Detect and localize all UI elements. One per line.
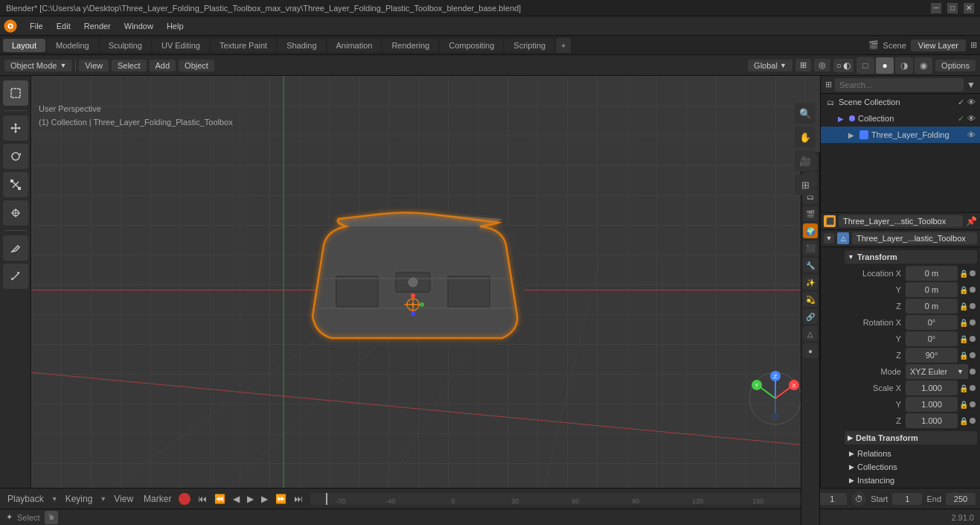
rotation-z-lock[interactable]: 🔒 <box>959 351 968 360</box>
object-name-display[interactable]: Three_Layer_...stic_Toolbox <box>839 215 963 227</box>
tab-texture-paint[interactable]: Texture Paint <box>211 39 276 52</box>
scale-y-value[interactable]: 1.000 <box>906 397 958 412</box>
mesh-name-display[interactable]: Three_Layer_...lastic_Toolbox <box>852 232 977 244</box>
start-frame-input[interactable]: 1 <box>892 493 922 505</box>
location-x-value[interactable]: 0 m <box>906 266 958 281</box>
scale-x-value[interactable]: 1.000 <box>906 381 958 395</box>
playback-menu[interactable]: Playback <box>4 492 47 506</box>
collection-eye-icon[interactable]: 👁 <box>967 114 976 124</box>
play-button[interactable]: ▶ <box>244 492 257 506</box>
collection-eye[interactable]: 👁 <box>967 98 976 107</box>
scale-z-lock[interactable]: 🔒 <box>959 417 968 425</box>
tab-compositing[interactable]: Compositing <box>440 39 503 52</box>
rotation-x-value[interactable]: 0° <box>906 315 958 330</box>
object-props-tab[interactable]: ⬛ <box>803 241 818 255</box>
outliner-search-input[interactable] <box>835 78 964 92</box>
tab-shading[interactable]: Shading <box>278 39 325 52</box>
annotate-tool[interactable] <box>3 235 28 261</box>
outliner-filter-button[interactable]: ▼ <box>967 80 976 90</box>
relations-header[interactable]: ▶ Relations <box>845 447 977 460</box>
viewport[interactable]: User Perspective (1) Collection | Three_… <box>31 76 820 488</box>
particles-props-tab[interactable]: ✨ <box>803 275 818 290</box>
keying-menu[interactable]: Keying <box>63 492 96 506</box>
mode-selector[interactable]: Object Mode ▼ <box>4 60 72 71</box>
prev-frame-button[interactable]: ◀ <box>230 492 243 506</box>
location-x-lock[interactable]: 🔒 <box>959 270 968 278</box>
rotation-y-value[interactable]: 0° <box>906 331 958 346</box>
tab-uv-editing[interactable]: UV Editing <box>153 39 209 52</box>
maximize-button[interactable]: □ <box>947 3 958 13</box>
tab-animation[interactable]: Animation <box>327 39 382 52</box>
close-button[interactable]: ✕ <box>964 3 974 13</box>
outliner-filter-icon[interactable]: ⊞ <box>825 80 832 89</box>
tab-modeling[interactable]: Modeling <box>47 39 98 52</box>
transform-section-header[interactable]: ▼ Transform <box>845 250 977 264</box>
end-frame-input[interactable]: 250 <box>946 493 976 505</box>
location-z-lock[interactable]: 🔒 <box>959 302 968 311</box>
menu-help[interactable]: Help <box>161 20 190 32</box>
xray-toggle[interactable]: ◐ <box>843 60 851 71</box>
measure-tool[interactable] <box>3 264 28 289</box>
options-button[interactable]: Options <box>935 60 976 71</box>
menu-render[interactable]: Render <box>78 20 117 32</box>
tab-sculpting[interactable]: Sculpting <box>100 39 151 52</box>
view-menu-timeline[interactable]: View <box>111 492 136 506</box>
jump-start-button[interactable]: ⏮ <box>195 492 210 506</box>
camera-view-button[interactable]: 🔍 <box>795 103 816 124</box>
constraints-props-tab[interactable]: 🔗 <box>803 309 818 324</box>
viewport-gizmo[interactable]: Z X Y <box>746 369 805 428</box>
menu-file[interactable]: File <box>24 20 49 32</box>
overlay-toggle[interactable]: ○ <box>836 60 842 71</box>
filter-icon[interactable]: ⊞ <box>970 40 977 50</box>
scale-y-lock[interactable]: 🔒 <box>959 401 968 409</box>
world-props-tab[interactable]: 🌍 <box>803 223 818 238</box>
view-layer-button[interactable]: View Layer <box>911 39 966 51</box>
outliner-scene-collection[interactable]: 🗂 Scene Collection ✓ 👁 <box>821 94 980 110</box>
scale-tool[interactable] <box>3 172 28 197</box>
collection-checkbox-icon[interactable]: ✓ <box>958 114 964 124</box>
data-props-tab[interactable]: △ <box>803 326 818 341</box>
location-y-lock[interactable]: 🔒 <box>959 286 968 294</box>
view-menu[interactable]: View <box>79 60 109 71</box>
pin-icon[interactable]: 📌 <box>966 216 977 226</box>
jump-end-button[interactable]: ⏭ <box>291 492 306 506</box>
outliner-collection[interactable]: ▶ Collection ✓ 👁 <box>831 110 980 127</box>
marker-menu[interactable]: Marker <box>141 492 174 506</box>
tab-rendering[interactable]: Rendering <box>382 39 438 52</box>
timeline-scrubber[interactable]: -70 -40 0 30 60 90 120 150 <box>310 493 813 505</box>
add-workspace-button[interactable]: + <box>556 38 571 53</box>
next-frame-button[interactable]: ▶ <box>258 492 271 506</box>
scale-z-value[interactable]: 1.000 <box>906 413 958 428</box>
menu-edit[interactable]: Edit <box>51 20 77 32</box>
rotation-mode-value[interactable]: XYZ Euler ▼ <box>906 364 968 379</box>
object-menu[interactable]: Object <box>179 60 214 71</box>
fps-indicator[interactable]: ⏱ <box>851 491 866 506</box>
move-tool[interactable] <box>3 115 28 141</box>
modifier-props-tab[interactable]: 🔧 <box>803 258 818 273</box>
rotate-tool[interactable] <box>3 144 28 169</box>
solid-shading[interactable]: ● <box>876 57 894 74</box>
snap-button[interactable]: ⊞ <box>795 59 811 71</box>
outliner-layer-folding[interactable]: ▶ Three_Layer_Folding 👁 <box>821 127 980 143</box>
rotation-x-lock[interactable]: 🔒 <box>959 319 968 327</box>
mesh-type-selector[interactable]: ▼ <box>824 233 834 244</box>
grid-view-button[interactable]: ⊞ <box>795 174 816 195</box>
location-y-value[interactable]: 0 m <box>906 282 958 297</box>
next-keyframe-button[interactable]: ⏩ <box>272 492 289 506</box>
wireframe-shading[interactable]: □ <box>856 57 874 74</box>
material-shading[interactable]: ◑ <box>895 57 913 74</box>
hand-pan-button[interactable]: ✋ <box>795 127 816 147</box>
camera-icon-button[interactable]: 🎥 <box>795 150 816 171</box>
tab-layout[interactable]: Layout <box>3 39 45 52</box>
select-menu[interactable]: Select <box>112 60 147 71</box>
minimize-button[interactable]: ─ <box>931 3 941 13</box>
prev-keyframe-button[interactable]: ⏪ <box>211 492 228 506</box>
delta-transform-header[interactable]: ▶ Delta Transform <box>845 431 977 445</box>
transform-selector[interactable]: Global ▼ <box>748 60 792 71</box>
location-z-value[interactable]: 0 m <box>906 299 958 314</box>
proportional-edit-button[interactable]: ◎ <box>814 59 830 71</box>
rendered-shading[interactable]: ◉ <box>915 57 932 74</box>
collection-checkbox[interactable]: ✓ <box>958 98 964 107</box>
menu-window[interactable]: Window <box>118 20 159 32</box>
instancing-header[interactable]: ▶ Instancing <box>845 474 977 487</box>
